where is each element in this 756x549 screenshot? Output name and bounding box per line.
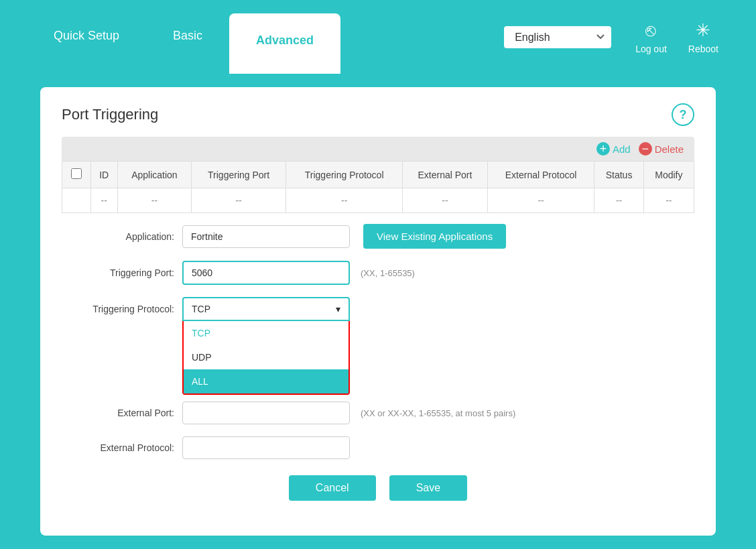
help-button[interactable]: ? (672, 103, 694, 126)
application-input[interactable] (182, 225, 350, 248)
cancel-button[interactable]: Cancel (289, 475, 376, 501)
form-section: Application: View Existing Applications … (62, 224, 694, 501)
main-content: Port Triggering ? + Add − Delete ID App (0, 74, 756, 549)
triggering-protocol-label: Triggering Protocol: (67, 304, 174, 314)
col-triggering-protocol: Triggering Protocol (286, 162, 403, 188)
row-external-protocol: -- (487, 188, 594, 213)
nav-quick-setup[interactable]: Quick Setup (27, 0, 146, 74)
reboot-icon: ✳ (696, 20, 710, 41)
add-button[interactable]: + Add (596, 142, 631, 156)
protocol-container: TCP ▾ TCP UDP ALL (182, 297, 350, 321)
protocol-option-udp[interactable]: UDP (184, 345, 349, 369)
delete-icon: − (639, 142, 652, 156)
chevron-down-icon: ▾ (336, 304, 340, 314)
table-toolbar: + Add − Delete (62, 137, 694, 161)
col-modify: Modify (643, 162, 694, 188)
view-existing-apps-button[interactable]: View Existing Applications (363, 224, 506, 249)
col-external-protocol: External Protocol (487, 162, 594, 188)
application-row: Application: View Existing Applications (67, 224, 689, 249)
row-id: -- (90, 188, 117, 213)
nav-quick-setup-label: Quick Setup (54, 29, 119, 43)
col-status: Status (594, 162, 643, 188)
protocol-option-all[interactable]: ALL (184, 369, 349, 393)
add-icon: + (596, 142, 610, 156)
save-button[interactable]: Save (389, 475, 467, 501)
logout-button[interactable]: ⎋ Log out (625, 0, 678, 74)
add-label: Add (613, 143, 631, 155)
row-modify: -- (643, 188, 694, 213)
nav-spacer (340, 0, 504, 74)
row-triggering-port: -- (192, 188, 286, 213)
row-triggering-protocol: -- (286, 188, 403, 213)
row-checkbox-cell (62, 188, 91, 213)
triggering-port-hint: (XX, 1-65535) (361, 268, 415, 278)
nav-basic[interactable]: Basic (146, 0, 229, 74)
triggering-port-label: Triggering Port: (67, 267, 174, 278)
reboot-button[interactable]: ✳ Reboot (678, 0, 729, 74)
col-checkbox (62, 162, 91, 188)
external-port-input[interactable] (182, 402, 350, 424)
nav-basic-label: Basic (173, 29, 202, 43)
logout-icon: ⎋ (645, 20, 656, 41)
triggering-port-row: Triggering Port: (XX, 1-65535) (67, 261, 689, 285)
nav-advanced[interactable]: Advanced (229, 13, 340, 74)
row-external-port: -- (403, 188, 488, 213)
external-protocol-input[interactable] (182, 436, 350, 459)
protocol-option-tcp[interactable]: TCP (184, 321, 349, 345)
data-table: ID Application Triggering Port Triggerin… (62, 161, 694, 213)
col-external-port: External Port (403, 162, 488, 188)
external-port-row: External Port: (XX or XX-XX, 1-65535, at… (67, 402, 689, 424)
protocol-selected-value: TCP (192, 304, 210, 314)
col-id: ID (90, 162, 117, 188)
protocol-dropdown: TCP UDP ALL (182, 321, 350, 395)
triggering-protocol-row: Triggering Protocol: TCP ▾ TCP UDP ALL (67, 297, 689, 321)
language-selector-wrap: English Chinese French German Spanish (504, 0, 611, 74)
external-port-label: External Port: (67, 408, 174, 418)
help-icon: ? (680, 108, 687, 122)
delete-label: Delete (655, 143, 684, 155)
header: Quick Setup Basic Advanced English Chine… (0, 0, 756, 74)
triggering-port-input[interactable] (182, 261, 350, 285)
nav-advanced-label: Advanced (256, 34, 314, 48)
row-status: -- (594, 188, 643, 213)
application-label: Application: (67, 231, 174, 242)
external-port-hint: (XX or XX-XX, 1-65535, at most 5 pairs) (361, 408, 515, 418)
card: Port Triggering ? + Add − Delete ID App (40, 87, 716, 536)
reboot-label: Reboot (688, 44, 718, 54)
card-title-row: Port Triggering ? (62, 103, 694, 126)
external-protocol-label: External Protocol: (67, 442, 174, 453)
row-application: -- (117, 188, 191, 213)
table-row: -- -- -- -- -- -- -- -- (62, 188, 694, 213)
logout-label: Log out (635, 44, 667, 54)
protocol-select-display[interactable]: TCP ▾ (182, 297, 350, 321)
col-triggering-port: Triggering Port (192, 162, 286, 188)
form-actions: Cancel Save (67, 475, 689, 501)
delete-button[interactable]: − Delete (639, 142, 684, 156)
language-select[interactable]: English Chinese French German Spanish (504, 26, 611, 48)
page-title: Port Triggering (62, 106, 158, 123)
external-protocol-row: External Protocol: (67, 436, 689, 459)
col-application: Application (117, 162, 191, 188)
select-all-checkbox[interactable] (71, 168, 82, 179)
